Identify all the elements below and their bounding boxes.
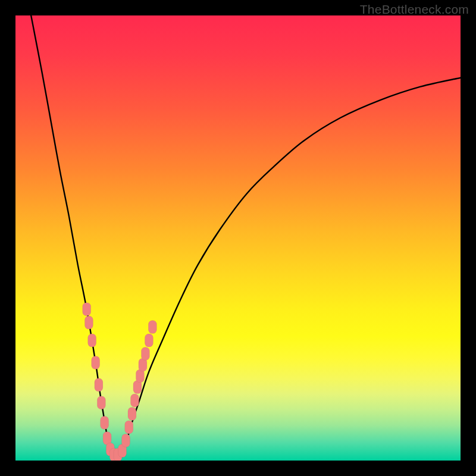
outer-frame: TheBottleneck.com bbox=[0, 0, 476, 476]
marker-pill bbox=[88, 334, 96, 347]
marker-pill bbox=[145, 334, 153, 347]
marker-pill bbox=[95, 378, 103, 392]
marker-pill bbox=[92, 356, 100, 369]
marker-pill bbox=[130, 394, 139, 407]
marker-pill bbox=[84, 316, 93, 329]
marker-pill bbox=[101, 416, 109, 429]
chart-svg bbox=[15, 15, 461, 461]
marker-pill bbox=[128, 407, 136, 420]
watermark-text: TheBottleneck.com bbox=[360, 2, 469, 17]
marker-pill bbox=[83, 303, 91, 316]
marker-pill bbox=[141, 347, 149, 360]
marker-pill bbox=[122, 434, 130, 447]
marker-pill bbox=[97, 396, 105, 409]
plot-area bbox=[15, 15, 461, 461]
marker-pill bbox=[148, 321, 156, 334]
marker-pill bbox=[125, 421, 133, 434]
